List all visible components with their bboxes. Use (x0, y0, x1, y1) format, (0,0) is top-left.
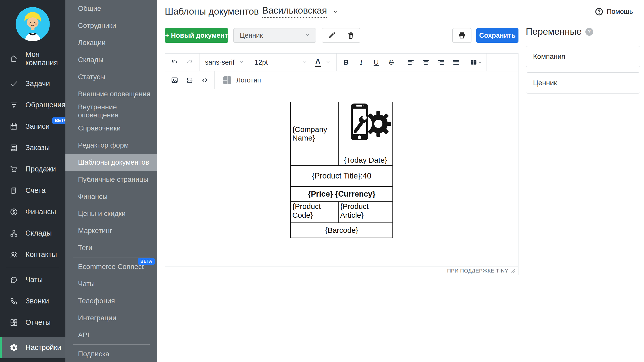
save-button[interactable]: Сохранить (476, 28, 518, 43)
resize-handle-icon[interactable] (511, 269, 515, 273)
variable-group-pricetag[interactable]: Ценник (526, 72, 640, 94)
chat-icon (10, 275, 19, 284)
print-button[interactable] (452, 28, 471, 43)
sidebar-item-label: Моя компания (25, 50, 65, 67)
settings-item-marketing[interactable]: Маркетинг (65, 222, 157, 239)
sidebar-item-warehouses[interactable]: Склады (0, 222, 65, 244)
justify-button[interactable] (450, 56, 463, 69)
today-date-placeholder: {Today Date} (339, 156, 392, 164)
chevron-down-icon (325, 59, 331, 66)
sidebar-item-label: Задачи (25, 79, 50, 88)
sidebar-item-orders[interactable]: Заказы (0, 137, 65, 158)
sidebar-item-chats[interactable]: Чаты (0, 269, 65, 290)
settings-item-directories[interactable]: Справочники (65, 120, 157, 137)
settings-item-locations[interactable]: Локации (65, 34, 157, 51)
sidebar-divider (6, 71, 59, 71)
text-color-button[interactable]: A (312, 58, 333, 67)
settings-item-general[interactable]: Общие (65, 0, 157, 17)
font-size-select[interactable]: 12pt (252, 59, 310, 66)
logo-image-cell[interactable]: {Today Date} (338, 102, 393, 165)
undo-button[interactable] (168, 56, 181, 69)
variable-group-company[interactable]: Компания (526, 46, 640, 67)
product-code-cell[interactable]: {Product Code} (291, 201, 338, 223)
editor-statusbar: ПРИ ПОДДЕРЖКЕ TINY (165, 266, 518, 275)
template-select[interactable]: Ценник (233, 28, 316, 43)
settings-divider (73, 257, 150, 257)
new-document-button[interactable]: + Новый документ (165, 28, 228, 43)
bold-button[interactable]: B (340, 56, 353, 69)
page-break-button[interactable] (183, 74, 196, 87)
location-selector[interactable]: Васильковская (262, 5, 327, 18)
company-name-cell[interactable]: {Company Name} (291, 102, 338, 165)
settings-item-integrations[interactable]: Интеграции (65, 309, 157, 327)
delete-template-button[interactable] (341, 28, 360, 42)
sidebar-item-calls[interactable]: Звонки (0, 290, 65, 312)
price-cell[interactable]: {Price} {Currency} (291, 187, 393, 201)
logo-insert-button[interactable]: Логотип (218, 76, 266, 84)
settings-item-internal-notifications[interactable]: Внутренние оповещения (65, 103, 157, 120)
align-center-button[interactable] (419, 56, 432, 69)
sidebar-item-settings[interactable]: Настройки (0, 337, 65, 358)
edit-template-button[interactable] (322, 28, 341, 42)
settings-item-prices-discounts[interactable]: Цены и скидки (65, 205, 157, 222)
chevron-down-icon[interactable] (332, 8, 339, 15)
chevron-down-icon (304, 31, 311, 40)
settings-item-ecommerce-connect[interactable]: Ecommerce Connect BETA (65, 258, 157, 275)
settings-item-form-editor[interactable]: Редактор форм (65, 137, 157, 154)
warehouse-icon (10, 229, 19, 238)
sidebar-item-requests[interactable]: Обращения (0, 94, 65, 116)
strikethrough-button[interactable]: S (385, 56, 398, 69)
settings-item-tags[interactable]: Теги (65, 239, 157, 256)
logo-grid-icon (223, 76, 231, 84)
settings-item-external-notifications[interactable]: Внешние оповещения (65, 85, 157, 103)
primary-nav: Моя компания Задачи Обращения Записи BET… (0, 48, 65, 358)
barcode-cell[interactable]: {Barcode} (291, 223, 393, 238)
table-button[interactable] (469, 56, 484, 69)
font-family-value: sans-serif (205, 59, 234, 66)
sidebar-item-sales[interactable]: Продажи (0, 158, 65, 180)
settings-item-public-pages[interactable]: Публичные страницы (65, 171, 157, 188)
phone-icon (10, 297, 19, 306)
sidebar-item-finance[interactable]: Финансы (0, 201, 65, 222)
editor-canvas[interactable]: {Company Name} (165, 89, 518, 266)
settings-item-employees[interactable]: Сотрудники (65, 17, 157, 34)
italic-button[interactable]: I (355, 56, 368, 69)
invoice-icon (10, 186, 19, 195)
people-icon (10, 250, 19, 259)
insert-image-button[interactable] (168, 74, 181, 87)
settings-item-api[interactable]: API (65, 327, 157, 344)
settings-item-telephony[interactable]: Телефония (65, 292, 157, 309)
settings-item-finance[interactable]: Финансы (65, 188, 157, 205)
sidebar-item-records[interactable]: Записи BETA (0, 116, 65, 137)
variables-help-icon[interactable]: ? (585, 28, 593, 36)
sidebar-item-contacts[interactable]: Контакты (0, 244, 65, 265)
redo-button[interactable] (183, 56, 196, 69)
help-label: Помощь (607, 8, 633, 16)
main-content: Шаблоны документов Васильковская Помощь … (157, 0, 644, 362)
product-title-cell[interactable]: {Product Title}:40 (291, 165, 393, 187)
align-left-button[interactable] (404, 56, 417, 69)
sidebar-item-label: Продажи (25, 165, 56, 173)
tiny-branding: ПРИ ПОДДЕРЖКЕ TINY (447, 268, 508, 274)
underline-button[interactable]: U (370, 56, 383, 69)
sidebar-item-tasks[interactable]: Задачи (0, 73, 65, 94)
settings-item-document-templates[interactable]: Шаблоны документов (65, 154, 157, 171)
sidebar-item-invoices[interactable]: Счета (0, 180, 65, 201)
avatar[interactable] (16, 7, 50, 41)
settings-item-statuses[interactable]: Статусы (65, 68, 157, 85)
align-right-button[interactable] (434, 56, 448, 69)
settings-item-warehouses[interactable]: Склады (65, 51, 157, 68)
source-code-button[interactable] (198, 74, 211, 87)
product-article-cell[interactable]: {Product Article} (338, 201, 393, 223)
settings-item-subscription[interactable]: Подписка (65, 345, 157, 362)
sidebar-item-my-company[interactable]: Моя компания (0, 48, 65, 69)
home-icon (10, 54, 19, 63)
sidebar-item-reports[interactable]: Отчеты (0, 312, 65, 333)
font-family-select[interactable]: sans-serif (203, 59, 247, 66)
help-button[interactable]: Помощь (595, 0, 633, 23)
price-tag-table[interactable]: {Company Name} (290, 102, 393, 238)
dollar-icon (10, 207, 19, 216)
sidebar-item-label: Записи (25, 122, 50, 130)
sidebar-item-label: Настройки (25, 343, 61, 352)
settings-item-chats[interactable]: Чаты (65, 275, 157, 292)
